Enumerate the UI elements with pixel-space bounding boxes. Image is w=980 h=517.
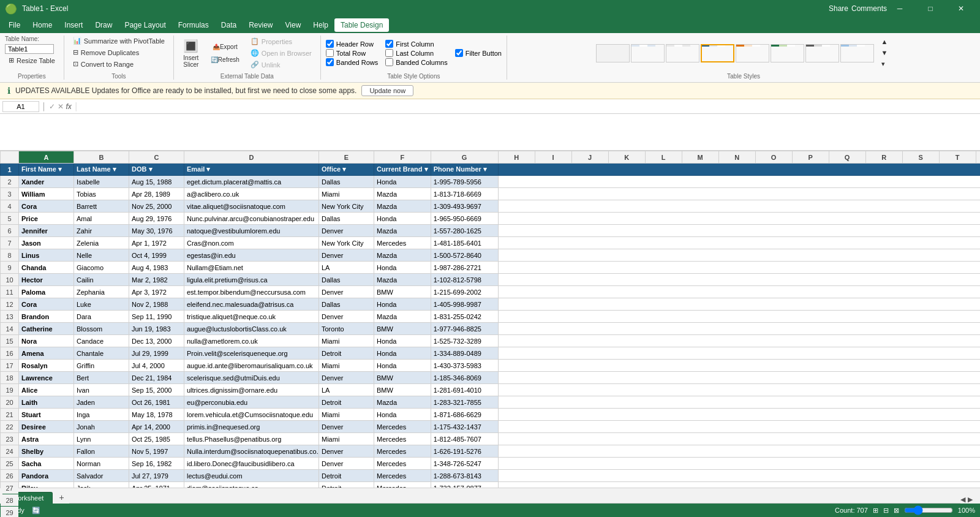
cell-D2[interactable]: eget.dictum.placerat@mattis.ca [184,176,319,188]
col-header-U[interactable]: U [976,151,980,164]
cell-C3[interactable]: Apr 28, 1989 [129,188,184,200]
cell-F5[interactable]: Honda [374,213,431,225]
cell-C14[interactable]: Jun 19, 1983 [129,323,184,335]
cell-D7[interactable]: Cras@non.com [184,237,319,249]
cell-F21[interactable]: Honda [374,409,431,421]
cell-E4[interactable]: New York City [319,200,374,213]
cell-D16[interactable]: Proin.velit@scelerisqueneque.org [184,347,319,360]
cell-G6[interactable]: 1-557-280-1625 [431,225,498,237]
col-header-N[interactable]: N [718,151,755,164]
cell-A12[interactable]: Cora [19,298,74,311]
cell-A23[interactable]: Astra [19,433,74,445]
minimize-button[interactable]: ─ [886,0,914,17]
cell-G18[interactable]: 1-185-346-8069 [431,372,498,384]
menu-review[interactable]: Review [243,18,279,32]
cell-A15[interactable]: Nora [19,335,74,347]
banded-columns-checkbox[interactable] [385,58,393,66]
cell-A20[interactable]: Laith [19,396,74,409]
menu-insert[interactable]: Insert [58,18,89,32]
cell-F12[interactable]: Honda [374,298,431,311]
col-header-M[interactable]: M [682,151,718,164]
cell-A10[interactable]: Hector [19,274,74,286]
style-blue-light[interactable] [840,44,874,62]
cell-D11[interactable]: est.tempor.bibendum@neccursusa.com [184,286,319,298]
menu-help[interactable]: Help [307,18,334,32]
cell-G23[interactable]: 1-812-485-7607 [431,433,498,445]
cell-G11[interactable]: 1-215-699-2002 [431,286,498,298]
cell-F20[interactable]: Mazda [374,396,431,409]
cell-B25[interactable]: Norman [74,458,129,470]
cell-G17[interactable]: 1-430-373-5983 [431,360,498,372]
share-button[interactable]: Share [824,0,853,17]
cell-D22[interactable]: primis.in@nequesed.org [184,421,319,433]
cell-C15[interactable]: Dec 13, 2000 [129,335,184,347]
col-header-C[interactable]: C [129,151,184,164]
filter-button-checkbox-row[interactable]: Filter Button [455,49,502,57]
cell-B11[interactable]: Zephania [74,286,129,298]
cell-A8[interactable]: Linus [19,249,74,262]
col-header-S[interactable]: S [902,151,939,164]
cell-G1[interactable]: Phone Number ▾ [431,164,498,176]
cell-F11[interactable]: BMW [374,286,431,298]
cell-D12[interactable]: eleifend.nec.malesuada@atrisus.ca [184,298,319,311]
banded-rows-checkbox[interactable] [326,58,334,66]
cell-G26[interactable]: 1-288-673-8143 [431,470,498,482]
cell-B9[interactable]: Giacomo [74,262,129,274]
cell-C13[interactable]: Sep 11, 1990 [129,311,184,323]
total-row-checkbox[interactable] [326,49,334,57]
cell-F7[interactable]: Mercedes [374,237,431,249]
styles-scroll-down[interactable]: ▼ [878,48,892,58]
cell-C16[interactable]: Jul 29, 1999 [129,347,184,360]
style-green-1[interactable] [771,44,804,62]
cell-E5[interactable]: Dallas [319,213,374,225]
cell-E2[interactable]: Dallas [319,176,374,188]
cell-C19[interactable]: Sep 15, 2000 [129,384,184,396]
cell-D24[interactable]: Nulla.interdum@sociisnatoquepenatibus.co… [184,445,319,458]
cell-D15[interactable]: nulla@ametlorem.co.uk [184,335,319,347]
unlink-btn[interactable]: 🔗 Unlink [247,59,315,70]
cell-E12[interactable]: Dallas [319,298,374,311]
zoom-slider[interactable] [904,505,953,515]
cell-D26[interactable]: lectus@eudui.com [184,470,319,482]
cell-E15[interactable]: Miami [319,335,374,347]
cell-E21[interactable]: Miami [319,409,374,421]
cell-B15[interactable]: Candace [74,335,129,347]
menu-data[interactable]: Data [215,18,243,32]
cell-B7[interactable]: Zelenia [74,237,129,249]
cell-D21[interactable]: lorem.vehicula.et@Cumsociisnatoque.edu [184,409,319,421]
cell-C24[interactable]: Nov 5, 1997 [129,445,184,458]
cell-E6[interactable]: Denver [319,225,374,237]
cell-C20[interactable]: Oct 26, 1981 [129,396,184,409]
cell-F15[interactable]: Honda [374,335,431,347]
page-break-btn[interactable]: ⊠ [894,507,899,515]
cell-F8[interactable]: Mazda [374,249,431,262]
col-header-A[interactable]: A [19,151,74,164]
cell-E8[interactable]: Denver [319,249,374,262]
header-row-checkbox[interactable] [326,40,334,48]
menu-page-layout[interactable]: Page Layout [118,18,172,32]
col-header-D[interactable]: D [184,151,319,164]
cell-B21[interactable]: Inga [74,409,129,421]
cell-B1[interactable]: Last Name ▾ [74,164,129,176]
cell-C21[interactable]: May 18, 1978 [129,409,184,421]
cell-B4[interactable]: Barrett [74,200,129,213]
cell-A6[interactable]: Jennifer [19,225,74,237]
cell-A13[interactable]: Brandon [19,311,74,323]
formula-check-icon[interactable]: ✓ [49,102,55,111]
refresh-btn[interactable]: 🔄 Refresh [207,54,243,66]
cell-B24[interactable]: Fallon [74,445,129,458]
cell-D9[interactable]: Nullam@Etiam.net [184,262,319,274]
cell-E17[interactable]: Miami [319,360,374,372]
add-sheet-button[interactable]: + [54,491,69,504]
style-none[interactable] [596,44,630,62]
cell-E26[interactable]: Detroit [319,470,374,482]
cell-G25[interactable]: 1-348-726-5247 [431,458,498,470]
cell-E10[interactable]: Dallas [319,274,374,286]
cell-A1[interactable]: First Name ▾ [19,164,74,176]
cell-B5[interactable]: Amal [74,213,129,225]
cell-C18[interactable]: Dec 21, 1984 [129,372,184,384]
cell-F4[interactable]: Mazda [374,200,431,213]
summarize-pivot-btn[interactable]: 📊 Summarize with PivotTable [69,36,168,46]
cell-B19[interactable]: Ivan [74,384,129,396]
cell-D1[interactable]: Email ▾ [184,164,319,176]
